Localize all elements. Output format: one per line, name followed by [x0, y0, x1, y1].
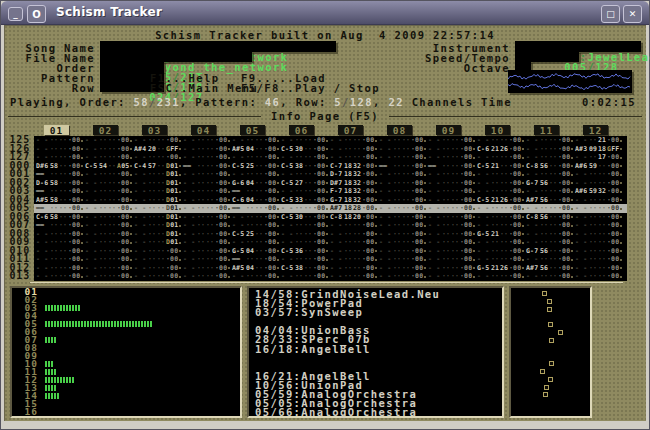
pattern-cell: - -·····00 — [281, 170, 330, 179]
channel-header-01[interactable]: 01 — [44, 125, 69, 135]
pattern-cell: C-525···00 — [232, 230, 281, 239]
pattern-cell: C-521···00 — [477, 162, 526, 171]
pattern-row-127: 127- -·····00- -·····00- -·····00- -····… — [4, 153, 646, 162]
pattern-cell: - -·····00 — [575, 170, 624, 179]
pattern-cell: ══·····00 — [232, 187, 281, 196]
instrument-list-item: 05/66:AnalogOrchestra — [249, 406, 502, 415]
pattern-cell: - -·····00 — [36, 230, 85, 239]
pan-marker-channel-10 — [549, 361, 554, 366]
window-title: Schism Tracker — [56, 5, 162, 19]
pattern-row-011: 011- -·····00- -·····00- -·····00- -····… — [4, 255, 646, 264]
info-page-divider: Info Page (F5) — [8, 110, 642, 122]
pattern-row-cells: ══·····00- -·····00- -····D01- -·····00-… — [34, 221, 627, 230]
pattern-cell: G-756···00 — [526, 247, 575, 256]
pattern-row-006: 006C-658···00- -·····00- -····D01- -····… — [4, 213, 646, 222]
channel-header-12[interactable]: 12 — [583, 125, 608, 135]
pattern-cell: - -·····00 — [281, 187, 330, 196]
pattern-cell: C-554··A05 — [85, 162, 134, 171]
pattern-cell: - -·····00 — [330, 145, 379, 154]
pattern-cell: - -·····00 — [183, 247, 232, 256]
pattern-row-cells: ══·····00- -·····00- -····D01- -·····00-… — [34, 170, 627, 179]
channel-header-03[interactable]: 03 — [142, 125, 167, 135]
pattern-cell: - -·····00 — [428, 145, 477, 154]
vu-row-01: 01 — [12, 288, 240, 296]
pattern-row-cells-playing: ══·····00- -·····00- -····D01- -·····00═… — [34, 204, 627, 213]
pattern-cell: C-533···00 — [281, 196, 330, 205]
vu-channel-number[interactable]: 16 — [12, 408, 45, 416]
pattern-cell: - -·····00 — [183, 153, 232, 162]
pattern-cell: - -·····00 — [379, 272, 428, 281]
pattern-cell: - -····D01 — [134, 238, 183, 247]
channel-header-05[interactable]: 05 — [240, 125, 265, 135]
pattern-cell: - -·····00 — [428, 272, 477, 281]
info-page-title: Info Page (F5) — [271, 110, 379, 122]
pattern-cell: - -····D01 — [134, 170, 183, 179]
vu-row-12: 12 — [12, 376, 240, 384]
vu-row-03: 03 — [12, 304, 240, 312]
pattern-row-004: 004A#558···00- -·····00- -····D01- -····… — [4, 196, 646, 205]
pan-marker-channel-05 — [548, 322, 553, 327]
pattern-cell: - -·····00 — [428, 153, 477, 162]
pattern-cell: - -·····00 — [281, 204, 330, 213]
vu-row-11: 11 — [12, 368, 240, 376]
pattern-cell: ══·····00 — [36, 187, 85, 196]
pattern-cell: A#504···00 — [232, 264, 281, 273]
close-button[interactable]: ✕ — [623, 5, 642, 23]
window-menu-button[interactable]: O — [27, 5, 46, 23]
pattern-cell: - -·····00 — [477, 187, 526, 196]
pattern-cell: - -·····00 — [330, 136, 379, 145]
channel-header-08[interactable]: 08 — [387, 125, 412, 135]
pattern-cell: - -·····00 — [85, 196, 134, 205]
playback-status-line: Playing, Order: 58/231, Pattern: 46, Row… — [10, 96, 512, 108]
pattern-row-cells: D-658···00- -·····00- -····D01- -·····00… — [34, 179, 627, 188]
pattern-cell: - -·····00 — [232, 136, 281, 145]
pattern-cell: - -·····00 — [575, 179, 624, 188]
pattern-row-cells: - -·····00- -·····00- -····D01- -·····00… — [34, 238, 627, 247]
pattern-cell: - -·····00 — [428, 238, 477, 247]
pattern-cell: - -·····00 — [379, 238, 428, 247]
channel-header-04[interactable]: 04 — [191, 125, 216, 135]
waveform-traces — [508, 70, 632, 93]
pattern-cell: - -·····00 — [183, 272, 232, 281]
pan-marker-channel-02 — [547, 299, 552, 304]
pattern-cell: - -·····00 — [477, 255, 526, 264]
pattern-cell: - -·····00 — [134, 153, 183, 162]
pattern-cell: - -·····00 — [575, 213, 624, 222]
channel-header-06[interactable]: 06 — [289, 125, 314, 135]
pattern-cell: - -·····00 — [477, 153, 526, 162]
titlebar[interactable]: _ O Schism Tracker □ ✕ — [1, 1, 649, 25]
pattern-cell: - -·····00 — [232, 153, 281, 162]
pattern-row-005: 005══·····00- -·····00- -····D01- -·····… — [4, 204, 646, 213]
channel-header-07[interactable]: 07 — [338, 125, 363, 135]
pattern-cell: - -·····00 — [85, 213, 134, 222]
pattern-cell: G-52126·00 — [477, 264, 526, 273]
shade-button[interactable]: _ — [8, 7, 23, 21]
pattern-cell: - -·····00 — [281, 238, 330, 247]
pattern-cell: - -·····00 — [281, 230, 330, 239]
pattern-cell: C-536···00 — [281, 247, 330, 256]
pattern-cell: - -·····00 — [36, 247, 85, 256]
pattern-cell: - -·····00 — [134, 247, 183, 256]
pan-marker-channel-11 — [540, 369, 545, 374]
pattern-cell: - -·····00 — [281, 272, 330, 281]
pattern-row-cells: - -·····00- -·····00- -·····00- -·····00… — [34, 255, 627, 264]
pattern-cell: G-504···00 — [232, 247, 281, 256]
instrument-list-item: 16/18:AngelBell — [249, 343, 502, 352]
pattern-row-125: 125- -·····00- -·····00- -·····00- -····… — [4, 136, 646, 145]
pan-marker-channel-13 — [544, 385, 549, 390]
channel-header-09[interactable]: 09 — [436, 125, 461, 135]
pattern-bevel — [30, 282, 623, 283]
channel-header-11[interactable]: 11 — [534, 125, 559, 135]
pattern-row-cells: C-658···00- -·····00- -····D01- -·····00… — [34, 213, 627, 222]
pattern-cell: - -·····00 — [428, 136, 477, 145]
maximize-button[interactable]: □ — [601, 5, 620, 23]
pattern-cell: - -·····00 — [134, 272, 183, 281]
pattern-cell: C-525···00 — [232, 162, 281, 171]
channel-header-10[interactable]: 10 — [485, 125, 510, 135]
pattern-cell: - -·····00 — [428, 255, 477, 264]
pattern-cell: - -·····00 — [477, 136, 526, 145]
pattern-cell: - -·····00 — [85, 170, 134, 179]
channel-header-02[interactable]: 02 — [93, 125, 118, 135]
pattern-cell: - -·····00 — [428, 221, 477, 230]
pattern-cell: C-527···00 — [281, 179, 330, 188]
